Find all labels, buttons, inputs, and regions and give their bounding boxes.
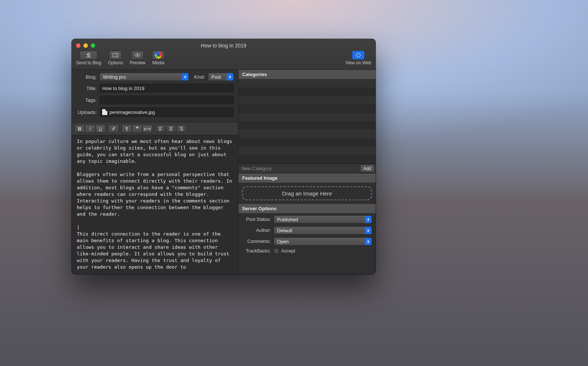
panel-icon <box>112 53 118 58</box>
toolbar-label: Send to Blog <box>76 60 101 65</box>
title-input[interactable] <box>100 84 234 93</box>
list-item[interactable] <box>239 155 376 164</box>
trackbacks-checkbox[interactable] <box>274 248 279 254</box>
uploads-field[interactable]: penimagecreative.jpg <box>100 107 234 117</box>
featured-image-header: Featured Image <box>239 173 376 183</box>
blog-select-value: Writing pro <box>103 74 126 80</box>
server-options-header: Server Options <box>239 204 376 213</box>
options-button[interactable] <box>109 51 122 60</box>
post-metadata: Blog: Writing pro Kind: Post Title: <box>72 70 238 122</box>
list-item[interactable] <box>239 87 376 96</box>
trackbacks-accept-label: Accept <box>281 248 295 254</box>
updown-icon <box>227 73 233 80</box>
server-options: Post Status: Published Author: Default C… <box>239 213 376 260</box>
paragraph-button[interactable]: ¶ <box>122 125 132 133</box>
align-center-icon <box>168 126 173 131</box>
blog-label: Blog: <box>76 74 97 80</box>
close-icon[interactable] <box>76 43 80 48</box>
comments-select[interactable]: Open <box>274 237 372 245</box>
list-item[interactable] <box>239 130 376 138</box>
format-toolbar: B I U ¶ ❝ pre <box>72 122 238 135</box>
comments-label: Comments: <box>242 239 271 244</box>
send-to-blog-button[interactable] <box>80 51 97 60</box>
titlebar: How to blog in 2019 Send to Blog Options… <box>72 39 376 70</box>
underline-button[interactable]: U <box>95 125 105 133</box>
tags-input[interactable] <box>100 96 234 104</box>
list-item[interactable] <box>239 96 376 104</box>
minimize-icon[interactable] <box>83 43 88 48</box>
photos-icon <box>155 52 161 58</box>
add-category-button[interactable]: Add <box>360 165 374 172</box>
author-label: Author: <box>242 228 271 233</box>
bold-icon: B <box>78 126 81 132</box>
underline-icon: U <box>98 126 102 132</box>
align-left-icon <box>158 126 163 131</box>
media-button[interactable] <box>152 51 165 60</box>
author-select[interactable]: Default <box>274 226 372 234</box>
align-right-button[interactable] <box>176 125 186 133</box>
categories-list[interactable] <box>239 79 376 164</box>
toolbar-label: Preview <box>130 60 146 65</box>
list-item[interactable] <box>239 147 376 155</box>
title-label: Title: <box>76 86 97 91</box>
featured-image-dropzone[interactable]: Drag an Image Here <box>242 186 372 200</box>
bold-button[interactable]: B <box>75 125 85 133</box>
italic-icon: I <box>89 126 91 132</box>
kind-select-value: Post <box>211 74 221 80</box>
list-item[interactable] <box>239 121 376 130</box>
post-status-label: Post Status: <box>242 217 271 222</box>
uploads-label: Uploads: <box>76 110 97 115</box>
kind-select[interactable]: Post <box>208 73 234 81</box>
list-item[interactable] <box>239 138 376 147</box>
quote-icon: ❝ <box>136 127 139 130</box>
post-status-select[interactable]: Published <box>274 215 372 223</box>
file-icon <box>102 109 107 115</box>
updown-icon <box>182 73 189 80</box>
updown-icon <box>365 238 372 245</box>
updown-icon <box>365 227 372 234</box>
compass-icon <box>355 53 361 58</box>
comments-value: Open <box>277 239 289 244</box>
categories-header: Categories <box>239 70 376 79</box>
tags-label: Tags: <box>76 97 97 103</box>
pilcrow-icon: ¶ <box>126 126 128 132</box>
pre-icon: pre <box>144 126 151 131</box>
author-value: Default <box>277 228 292 233</box>
window-title: How to blog in 2019 <box>75 42 372 49</box>
align-right-icon <box>179 126 184 131</box>
toolbar-label: Options <box>108 60 123 65</box>
post-status-value: Published <box>277 217 298 222</box>
preview-button[interactable] <box>131 51 144 60</box>
toolbar: Send to Blog Options Preview <box>75 51 372 65</box>
editor-pane: Blog: Writing pro Kind: Post Title: <box>72 70 239 274</box>
kind-label: Kind: <box>194 74 205 80</box>
toolbar-label: View on Web <box>345 60 371 65</box>
list-item[interactable] <box>239 79 376 87</box>
list-item[interactable] <box>239 113 376 121</box>
window-controls <box>76 43 95 48</box>
blog-select[interactable]: Writing pro <box>100 73 189 81</box>
view-on-web-button[interactable] <box>352 51 365 60</box>
app-window: How to blog in 2019 Send to Blog Options… <box>72 39 376 274</box>
svg-point-3 <box>137 54 138 56</box>
link-icon <box>111 126 116 131</box>
eye-icon <box>135 53 140 58</box>
toolbar-label: Media <box>152 60 164 65</box>
zoom-icon[interactable] <box>91 43 95 48</box>
sidebar: Categories Add Featured Image Drag an Im… <box>239 70 376 274</box>
blockquote-button[interactable]: ❝ <box>132 125 142 133</box>
svg-rect-0 <box>113 53 118 57</box>
new-category-input[interactable] <box>239 164 359 173</box>
body-editor[interactable]: In popular culture we most often hear ab… <box>72 135 238 274</box>
upload-filename: penimagecreative.jpg <box>110 110 155 115</box>
new-category-row: Add <box>239 164 376 173</box>
pre-button[interactable]: pre <box>142 125 153 133</box>
align-center-button[interactable] <box>166 125 176 133</box>
link-button[interactable] <box>108 125 119 133</box>
trackbacks-label: TrackBacks: <box>242 248 271 254</box>
updown-icon <box>365 216 372 223</box>
italic-button[interactable]: I <box>85 125 95 133</box>
upload-icon <box>86 53 92 58</box>
list-item[interactable] <box>239 104 376 113</box>
align-left-button[interactable] <box>155 125 166 133</box>
